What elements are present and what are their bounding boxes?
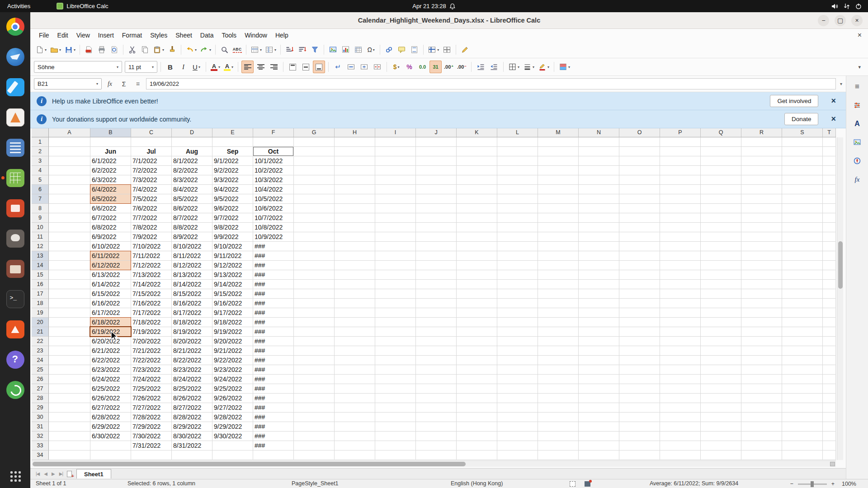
cell-O17[interactable] <box>619 289 660 299</box>
cell-N30[interactable] <box>579 413 619 422</box>
cell-A16[interactable] <box>49 280 90 289</box>
cell-P13[interactable] <box>660 251 701 261</box>
cell-Q10[interactable] <box>701 223 741 232</box>
cell-A31[interactable] <box>49 422 90 432</box>
cell-I20[interactable] <box>375 318 416 327</box>
close-notification-icon[interactable]: × <box>831 96 836 106</box>
cell-R30[interactable] <box>741 413 782 422</box>
cell-F25[interactable]: ### <box>253 365 294 375</box>
cell-B21[interactable]: 6/19/2022 <box>90 327 131 337</box>
cell-E18[interactable]: 9/16/2022 <box>212 299 253 308</box>
row-header-12[interactable]: 12 <box>32 242 49 251</box>
format-percent-button[interactable]: % <box>403 61 415 73</box>
name-box-dropdown[interactable]: ▾ <box>96 82 98 86</box>
cell-L7[interactable] <box>497 194 538 204</box>
cell-F12[interactable]: ### <box>253 242 294 251</box>
new-button[interactable]: ▾ <box>34 43 48 56</box>
cell-H13[interactable] <box>335 251 375 261</box>
menu-format[interactable]: Format <box>118 30 146 41</box>
cell-L30[interactable] <box>497 413 538 422</box>
cell-C16[interactable]: 7/14/2022 <box>131 280 172 289</box>
cell-M12[interactable] <box>538 242 579 251</box>
cell-Q2[interactable] <box>701 147 741 156</box>
cell-M17[interactable] <box>538 289 579 299</box>
cell-I34[interactable] <box>375 450 416 460</box>
cell-P20[interactable] <box>660 318 701 327</box>
cell-A17[interactable] <box>49 289 90 299</box>
cell-A2[interactable] <box>49 147 90 156</box>
cell-S26[interactable] <box>782 375 823 384</box>
cell-G16[interactable] <box>294 280 335 289</box>
cell-D12[interactable]: 8/10/2022 <box>172 242 212 251</box>
cell-F18[interactable]: ### <box>253 299 294 308</box>
cell-C31[interactable]: 7/29/2022 <box>131 422 172 432</box>
cell-G13[interactable] <box>294 251 335 261</box>
cell-J4[interactable] <box>416 166 457 175</box>
cell-R14[interactable] <box>741 261 782 270</box>
column-menu-button[interactable]: ▾ <box>264 43 278 56</box>
page-style[interactable]: PageStyle_Sheet1 <box>292 480 339 487</box>
cell-B14[interactable]: 6/12/2022 <box>90 261 131 270</box>
split-handle[interactable] <box>830 462 835 466</box>
cell-M30[interactable] <box>538 413 579 422</box>
cell-L22[interactable] <box>497 337 538 346</box>
cell-Q7[interactable] <box>701 194 741 204</box>
cell-K34[interactable] <box>457 450 497 460</box>
cell-K29[interactable] <box>457 403 497 413</box>
zoom-in-button[interactable]: + <box>831 481 835 487</box>
cell-G24[interactable] <box>294 356 335 365</box>
cell-F5[interactable]: 10/3/2022 <box>253 175 294 185</box>
cell-T19[interactable] <box>823 308 836 318</box>
clock-button[interactable]: Apr 21 23:28 <box>412 3 455 9</box>
cell-N18[interactable] <box>579 299 619 308</box>
cell-E29[interactable]: 9/27/2022 <box>212 403 253 413</box>
cell-E8[interactable]: 9/6/2022 <box>212 204 253 213</box>
cell-B1[interactable] <box>90 137 131 147</box>
activities-button[interactable]: Activities <box>7 3 30 9</box>
cell-Q19[interactable] <box>701 308 741 318</box>
cell-F26[interactable]: ### <box>253 375 294 384</box>
cell-A3[interactable] <box>49 156 90 166</box>
cell-B3[interactable]: 6/1/2022 <box>90 156 131 166</box>
cell-I11[interactable] <box>375 232 416 242</box>
cell-F8[interactable]: 10/6/2022 <box>253 204 294 213</box>
cell-L34[interactable] <box>497 450 538 460</box>
cell-B5[interactable]: 6/3/2022 <box>90 175 131 185</box>
cell-F9[interactable]: 10/7/2022 <box>253 213 294 223</box>
cell-L6[interactable] <box>497 185 538 194</box>
cell-M6[interactable] <box>538 185 579 194</box>
row-header-33[interactable]: 33 <box>32 441 49 450</box>
column-header-E[interactable]: E <box>212 128 253 137</box>
cell-L27[interactable] <box>497 384 538 394</box>
cell-M13[interactable] <box>538 251 579 261</box>
add-decimal-button[interactable]: .00+ <box>443 61 455 73</box>
menu-window[interactable]: Window <box>241 30 271 41</box>
cell-Q6[interactable] <box>701 185 741 194</box>
cell-H31[interactable] <box>335 422 375 432</box>
minimize-button[interactable]: − <box>818 15 829 26</box>
cell-H11[interactable] <box>335 232 375 242</box>
cell-T16[interactable] <box>823 280 836 289</box>
cell-A19[interactable] <box>49 308 90 318</box>
cell-F3[interactable]: 10/1/2022 <box>253 156 294 166</box>
spelling-button[interactable]: ABC <box>231 43 243 56</box>
cell-E11[interactable]: 9/9/2022 <box>212 232 253 242</box>
row-header-25[interactable]: 25 <box>32 365 49 375</box>
row-header-28[interactable]: 28 <box>32 394 49 403</box>
cell-I3[interactable] <box>375 156 416 166</box>
cell-B6[interactable]: 6/4/2022 <box>90 185 131 194</box>
cell-C7[interactable]: 7/5/2022 <box>131 194 172 204</box>
cell-N9[interactable] <box>579 213 619 223</box>
cell-N4[interactable] <box>579 166 619 175</box>
cell-A28[interactable] <box>49 394 90 403</box>
cell-J11[interactable] <box>416 232 457 242</box>
cell-S1[interactable] <box>782 137 823 147</box>
cell-D26[interactable]: 8/24/2022 <box>172 375 212 384</box>
cell-O14[interactable] <box>619 261 660 270</box>
cell-I30[interactable] <box>375 413 416 422</box>
cell-Q26[interactable] <box>701 375 741 384</box>
center-vertically-button[interactable] <box>300 61 312 73</box>
cell-K9[interactable] <box>457 213 497 223</box>
cell-P22[interactable] <box>660 337 701 346</box>
row-header-6[interactable]: 6 <box>32 185 49 194</box>
